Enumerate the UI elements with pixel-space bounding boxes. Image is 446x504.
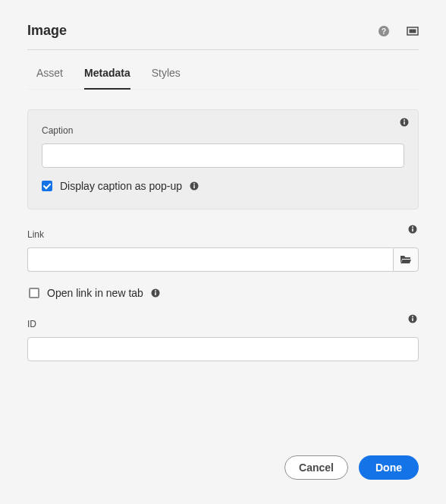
svg-text:?: ? [382,27,386,35]
link-field: Link [27,229,419,272]
link-picker-button[interactable] [393,247,419,272]
id-field: ID [27,319,419,361]
cancel-button[interactable]: Cancel [284,455,348,480]
open-new-tab-row: Open link in new tab [27,287,419,299]
link-info-icon[interactable] [408,225,417,234]
open-new-tab-checkbox[interactable] [29,288,39,298]
tab-content: Caption Display caption as pop-up Link [27,90,419,455]
svg-point-12 [412,226,413,228]
svg-rect-14 [155,292,156,295]
open-new-tab-info-icon[interactable] [151,288,160,298]
svg-rect-11 [412,228,413,232]
link-label: Link [27,229,419,240]
svg-point-9 [193,183,195,184]
image-dialog: Image ? Asset Metadata Styles Caption Di… [0,0,446,504]
done-button[interactable]: Done [359,455,419,480]
folder-open-icon [400,254,412,266]
svg-point-18 [412,316,413,317]
fullscreen-icon[interactable] [407,25,419,37]
display-popup-row: Display caption as pop-up [42,180,404,192]
display-popup-label: Display caption as pop-up [60,180,182,192]
caption-input[interactable] [42,143,404,168]
link-input-group [27,247,419,272]
caption-label: Caption [42,125,404,136]
tab-metadata[interactable]: Metadata [84,67,130,90]
id-label: ID [27,319,419,329]
tab-asset[interactable]: Asset [36,67,63,90]
tabs: Asset Metadata Styles [27,50,419,90]
svg-rect-5 [404,121,405,124]
caption-info-icon[interactable] [400,118,409,127]
tab-styles[interactable]: Styles [152,67,181,90]
link-input[interactable] [27,247,393,272]
id-info-icon[interactable] [408,314,417,323]
dialog-title: Image [27,23,67,39]
display-popup-info-icon[interactable] [190,181,199,191]
id-input[interactable] [27,337,419,361]
open-new-tab-label: Open link in new tab [47,287,143,299]
display-popup-checkbox[interactable] [42,181,52,191]
dialog-header: Image ? [27,23,419,50]
svg-point-6 [404,119,405,121]
caption-panel: Caption Display caption as pop-up [27,109,419,209]
header-actions: ? [378,25,419,37]
svg-rect-3 [410,29,416,33]
svg-rect-8 [193,185,195,188]
svg-point-15 [155,290,156,291]
svg-rect-17 [412,318,413,321]
dialog-footer: Cancel Done [27,455,419,489]
help-icon[interactable]: ? [378,25,390,37]
